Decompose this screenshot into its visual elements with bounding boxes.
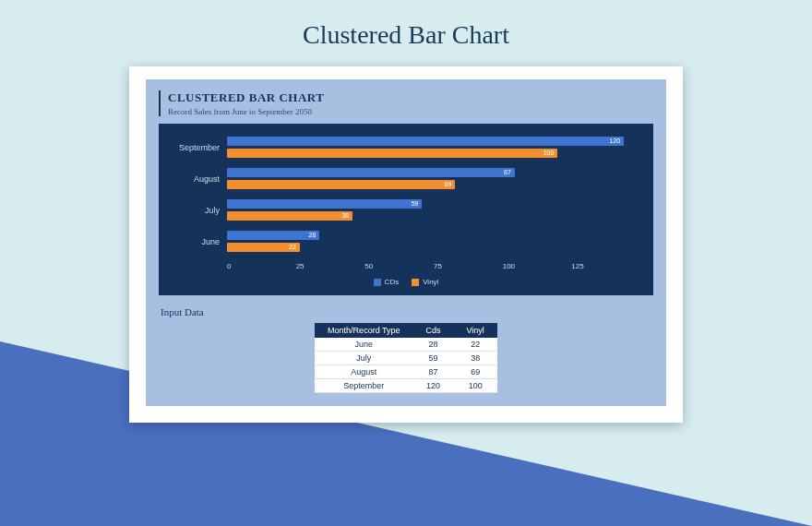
category-label: August — [172, 174, 227, 184]
table-header-cds: Cds — [413, 323, 454, 338]
cell-cds: 120 — [413, 379, 454, 393]
legend-item-vinyl: Vinyl — [412, 278, 438, 286]
bar-row: September120100 — [172, 137, 640, 159]
legend-item-cds: CDs — [374, 278, 400, 286]
swatch-cds — [374, 279, 381, 286]
legend-label-vinyl: Vinyl — [423, 278, 438, 286]
data-table: Month/Record Type Cds Vinyl June2822July… — [315, 323, 497, 393]
chart-subtitle: Record Sales from June to September 2050 — [168, 107, 653, 116]
bar-vinyl: 38 — [227, 211, 352, 221]
cell-vinyl: 100 — [454, 379, 497, 393]
bar-cds: 87 — [227, 168, 515, 177]
bar-cds: 59 — [227, 199, 422, 209]
cell-cds: 59 — [413, 352, 454, 365]
bar-area: 8769 — [227, 168, 640, 190]
table-header-month: Month/Record Type — [315, 323, 412, 338]
table-row: August8769 — [315, 365, 497, 379]
bar-value-cds: 87 — [504, 168, 511, 177]
chart-title: CLUSTERED BAR CHART — [168, 90, 653, 105]
bar-area: 2822 — [227, 231, 640, 253]
table-row: July5938 — [315, 352, 497, 365]
bar-value-vinyl: 22 — [289, 243, 296, 252]
page-title: Clustered Bar Chart — [0, 0, 812, 50]
bar-area: 5938 — [227, 199, 640, 221]
axis-tick: 75 — [434, 262, 503, 270]
chart-panel: CLUSTERED BAR CHART Record Sales from Ju… — [146, 79, 666, 406]
bar-value-cds: 59 — [412, 199, 419, 209]
bar-area: 120100 — [227, 137, 640, 159]
axis-tick: 25 — [296, 262, 365, 270]
chart-heading: CLUSTERED BAR CHART Record Sales from Ju… — [159, 90, 653, 116]
table-row: June2822 — [315, 338, 497, 352]
cell-vinyl: 22 — [454, 338, 497, 352]
axis-tick: 125 — [571, 262, 640, 270]
bar-value-vinyl: 38 — [341, 211, 349, 221]
cell-vinyl: 69 — [454, 365, 497, 379]
axis-tick: 50 — [364, 262, 434, 270]
table-header-vinyl: Vinyl — [454, 323, 497, 338]
chart-legend: CDs Vinyl — [172, 278, 640, 286]
bar-cds: 28 — [227, 231, 319, 240]
legend-label-cds: CDs — [385, 278, 400, 286]
bar-value-vinyl: 69 — [444, 180, 451, 189]
bar-value-cds: 120 — [609, 137, 620, 146]
cell-cds: 87 — [413, 365, 454, 379]
cell-month: June — [315, 338, 412, 352]
axis-tick: 100 — [503, 262, 572, 270]
bar-vinyl: 69 — [227, 180, 455, 189]
cell-month: August — [315, 365, 412, 379]
category-label: June — [172, 237, 227, 246]
x-axis: 0255075100125 — [227, 262, 640, 270]
input-data-title: Input Data — [161, 306, 653, 317]
swatch-vinyl — [412, 279, 419, 286]
axis-tick: 0 — [227, 262, 296, 270]
chart-plot: September120100August8769July5938June282… — [159, 124, 653, 295]
category-label: September — [172, 143, 227, 152]
bar-cds: 120 — [227, 137, 624, 146]
category-label: July — [172, 206, 227, 215]
bar-row: August8769 — [172, 168, 640, 190]
table-row: September120100 — [315, 379, 497, 393]
bar-vinyl: 100 — [227, 149, 557, 158]
bar-row: June2822 — [172, 231, 640, 253]
chart-card: CLUSTERED BAR CHART Record Sales from Ju… — [129, 66, 683, 423]
cell-month: July — [315, 352, 412, 365]
bar-row: July5938 — [172, 199, 640, 221]
bar-vinyl: 22 — [227, 243, 300, 252]
cell-vinyl: 38 — [454, 352, 497, 365]
bar-value-cds: 28 — [309, 231, 316, 240]
cell-cds: 28 — [413, 338, 454, 352]
cell-month: September — [315, 379, 412, 393]
bar-value-vinyl: 100 — [543, 149, 555, 158]
